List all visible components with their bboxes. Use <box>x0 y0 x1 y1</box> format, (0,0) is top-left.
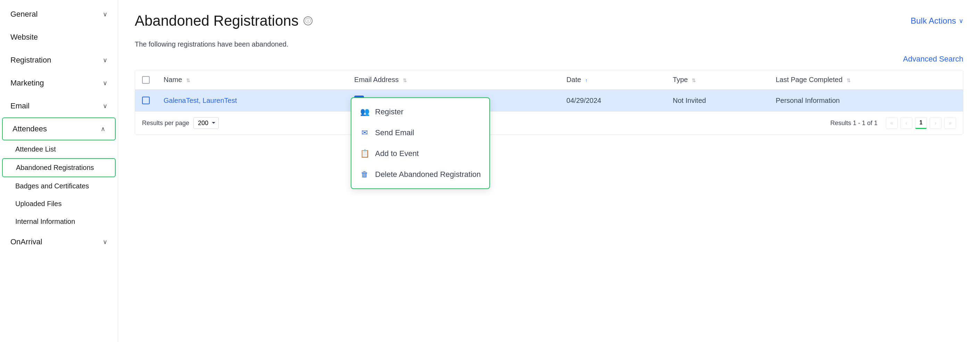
sidebar: General ∨ Website Registration ∨ Marketi… <box>0 0 118 342</box>
info-icon[interactable]: ⓘ <box>304 16 313 26</box>
col-email: Email Address ⇅ <box>347 70 560 89</box>
sort-name-icon[interactable]: ⇅ <box>186 78 190 83</box>
dropdown-item-add-to-event[interactable]: 📋 Add to Event <box>352 143 489 164</box>
sidebar-subitem-attendee-list-label: Attendee List <box>15 145 56 153</box>
sidebar-subitem-badges-label: Badges and Certificates <box>15 182 89 190</box>
sidebar-item-marketing[interactable]: Marketing ∨ <box>0 72 118 94</box>
chevron-down-icon: ∨ <box>103 102 107 110</box>
sidebar-subitem-abandoned-label: Abandoned Registrations <box>16 164 94 171</box>
sidebar-item-attendees-label: Attendees <box>13 125 47 133</box>
page-header: Abandoned Registrations ⓘ Bulk Actions ∨ <box>135 13 963 29</box>
results-per-page-select[interactable]: 200 50 100 <box>193 117 219 129</box>
prev-page-button[interactable]: ‹ <box>900 117 912 129</box>
col-date: Date ↑ <box>560 70 666 89</box>
sidebar-subitem-internal-info-label: Internal Information <box>15 217 75 225</box>
main-content: Abandoned Registrations ⓘ Bulk Actions ∨… <box>118 0 980 342</box>
select-all-checkbox[interactable] <box>142 76 150 84</box>
pagination-controls: « ‹ 1 › » <box>886 117 956 129</box>
select-all-header <box>135 70 157 89</box>
registrations-table: Name ⇅ Email Address ⇅ Date ↑ Type ⇅ <box>135 70 963 111</box>
sidebar-item-general[interactable]: General ∨ <box>0 3 118 26</box>
pagination-area: Results 1 - 1 of 1 « ‹ 1 › » <box>830 117 956 129</box>
bulk-actions-label: Bulk Actions <box>910 16 956 26</box>
row-date-cell: 04/29/2024 <box>560 89 666 111</box>
results-summary: Results 1 - 1 of 1 <box>830 120 878 127</box>
context-dropdown-menu: 👥 Register ✉ Send Email 📋 Add to Event 🗑… <box>351 97 490 189</box>
col-name: Name ⇅ <box>157 70 347 89</box>
sidebar-item-onarrival[interactable]: OnArrival ∨ <box>0 230 118 253</box>
row-last-page-cell: Personal Information <box>769 89 963 111</box>
sort-date-icon[interactable]: ↑ <box>585 78 588 83</box>
dropdown-item-add-to-event-label: Add to Event <box>375 149 419 158</box>
dropdown-item-delete[interactable]: 🗑 Delete Abandoned Registration <box>352 164 489 185</box>
chevron-down-icon: ∨ <box>103 10 107 18</box>
dropdown-item-send-email[interactable]: ✉ Send Email <box>352 122 489 143</box>
email-icon: ✉ <box>360 128 369 137</box>
current-page-button[interactable]: 1 <box>915 117 927 129</box>
next-page-button[interactable]: › <box>930 117 942 129</box>
row-checkbox-cell <box>135 89 157 111</box>
sidebar-item-website-label: Website <box>10 33 38 42</box>
table-footer: Results per page 200 50 100 Results 1 - … <box>135 111 963 134</box>
sidebar-subitem-uploaded-files[interactable]: Uploaded Files <box>0 195 118 213</box>
sort-last-page-icon[interactable]: ⇅ <box>846 78 851 83</box>
sidebar-subitem-abandoned-registrations[interactable]: Abandoned Registrations <box>2 158 116 177</box>
sidebar-subitem-uploaded-files-label: Uploaded Files <box>15 200 62 208</box>
registrations-table-container: Name ⇅ Email Address ⇅ Date ↑ Type ⇅ <box>135 70 963 135</box>
page-title-row: Abandoned Registrations ⓘ <box>135 13 313 29</box>
row-name-cell: GalenaTest, LaurenTest <box>157 89 347 111</box>
add-event-icon: 📋 <box>360 149 369 158</box>
bulk-actions-button[interactable]: Bulk Actions ∨ <box>910 16 963 26</box>
col-last-page-label: Last Page Completed <box>776 76 843 83</box>
row-checkbox[interactable] <box>142 97 150 104</box>
dropdown-item-delete-label: Delete Abandoned Registration <box>375 170 481 179</box>
col-name-label: Name <box>164 76 182 83</box>
sort-type-icon[interactable]: ⇅ <box>692 78 696 83</box>
register-icon: 👥 <box>360 107 369 117</box>
sort-email-icon[interactable]: ⇅ <box>403 78 407 83</box>
sidebar-subitem-internal-information[interactable]: Internal Information <box>0 213 118 230</box>
chevron-down-icon: ∨ <box>103 79 107 87</box>
table-row: GalenaTest, LaurenTest ✓ lauren.galena@c… <box>135 89 963 111</box>
results-per-page-label: Results per page <box>142 120 189 127</box>
sidebar-item-marketing-label: Marketing <box>10 78 44 88</box>
col-email-label: Email Address <box>354 76 399 83</box>
advanced-search-row: Advanced Search <box>135 54 963 64</box>
dropdown-item-send-email-label: Send Email <box>375 128 414 137</box>
advanced-search-link[interactable]: Advanced Search <box>903 54 963 64</box>
sidebar-item-registration-label: Registration <box>10 56 51 65</box>
col-date-label: Date <box>566 76 581 83</box>
chevron-down-icon: ∨ <box>103 238 107 246</box>
chevron-up-icon: ∧ <box>101 125 105 133</box>
col-type: Type ⇅ <box>666 70 768 89</box>
col-last-page: Last Page Completed ⇅ <box>769 70 963 89</box>
col-type-label: Type <box>673 76 687 83</box>
row-name-link[interactable]: GalenaTest, LaurenTest <box>164 97 237 104</box>
sidebar-item-registration[interactable]: Registration ∨ <box>0 49 118 72</box>
dropdown-item-register[interactable]: 👥 Register <box>352 101 489 122</box>
sidebar-item-email-label: Email <box>10 101 30 110</box>
delete-icon: 🗑 <box>360 169 369 179</box>
sidebar-subitem-badges[interactable]: Badges and Certificates <box>0 177 118 195</box>
first-page-button[interactable]: « <box>886 117 898 129</box>
sidebar-item-general-label: General <box>10 10 38 19</box>
last-page-button[interactable]: » <box>944 117 956 129</box>
chevron-down-icon: ∨ <box>103 56 107 64</box>
dropdown-item-register-label: Register <box>375 107 404 117</box>
chevron-down-icon: ∨ <box>959 17 963 25</box>
sidebar-item-website[interactable]: Website <box>0 26 118 49</box>
results-per-page-control: Results per page 200 50 100 <box>142 117 219 129</box>
sidebar-item-attendees[interactable]: Attendees ∧ <box>2 117 116 141</box>
page-subtitle: The following registrations have been ab… <box>135 40 963 48</box>
sidebar-item-email[interactable]: Email ∨ <box>0 94 118 117</box>
sidebar-subitem-attendee-list[interactable]: Attendee List <box>0 141 118 158</box>
sidebar-item-onarrival-label: OnArrival <box>10 237 42 246</box>
row-type-cell: Not Invited <box>666 89 768 111</box>
page-title: Abandoned Registrations <box>135 13 299 29</box>
